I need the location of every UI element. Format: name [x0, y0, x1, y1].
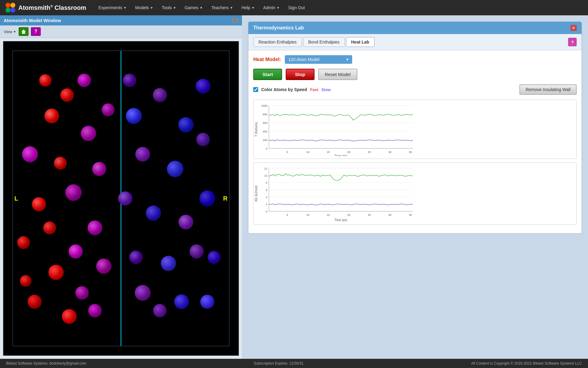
svg-text:12: 12: [264, 167, 267, 170]
svg-text:10: 10: [264, 174, 267, 177]
model-window-title: Atomsmith Model Window: [4, 18, 61, 23]
svg-text:600: 600: [263, 121, 267, 125]
atom: [196, 133, 210, 146]
atom: [22, 146, 38, 162]
minimize-button[interactable]: –: [232, 18, 238, 23]
svg-text:10: 10: [306, 151, 309, 154]
atom: [135, 147, 150, 162]
svg-text:0: 0: [266, 147, 267, 150]
svg-text:1000: 1000: [261, 104, 267, 107]
atom: [17, 236, 30, 249]
atom: [153, 88, 167, 102]
svg-text:20: 20: [347, 151, 350, 154]
atom: [88, 304, 102, 317]
footer: Bitwist Software Systems: dodoherty@gmai…: [0, 359, 588, 368]
atom: [129, 251, 143, 264]
atom: [126, 108, 142, 124]
svg-text:20: 20: [347, 213, 350, 217]
atom: [75, 286, 89, 300]
svg-text:5: 5: [286, 151, 288, 154]
navbar: Atomsmith® Classroom Experiments ▼ Model…: [0, 0, 588, 15]
left-label: L: [14, 195, 18, 202]
heat-model-row: Heat Model: 60 Atom Model 120 Atom Model…: [253, 55, 577, 64]
svg-text:10: 10: [306, 213, 309, 217]
svg-text:200: 200: [263, 139, 267, 142]
tab-help-button[interactable]: ?: [568, 38, 577, 46]
model-window-toolbar: View ▼ ?: [0, 25, 242, 38]
svg-text:35: 35: [409, 151, 412, 154]
tab-bond-enthalpies[interactable]: Bond Enthalpies: [303, 37, 345, 47]
heat-model-select[interactable]: 60 Atom Model 120 Atom Model 240 Atom Mo…: [285, 55, 352, 64]
atom: [208, 251, 221, 264]
atom: [200, 295, 214, 309]
svg-text:15: 15: [327, 213, 330, 217]
svg-text:800: 800: [263, 113, 267, 116]
svg-text:2: 2: [266, 203, 267, 206]
svg-text:5: 5: [286, 213, 288, 217]
svg-point-2: [6, 8, 10, 13]
view-label: View: [4, 29, 12, 34]
svg-text:35: 35: [409, 213, 412, 217]
footer-right: All Content is Copyright © 2016-2022 Bit…: [471, 361, 582, 366]
svg-text:4: 4: [266, 196, 267, 199]
atom: [39, 74, 51, 86]
thermo-panel: Thermodynamics Lab ✕ Reaction Enthalpies…: [248, 21, 582, 234]
stop-button[interactable]: Stop: [286, 69, 314, 80]
atom: [69, 244, 83, 259]
help-button[interactable]: ?: [31, 27, 41, 36]
tab-reaction-enthalpies[interactable]: Reaction Enthalpies: [253, 37, 302, 47]
nav-teachers[interactable]: Teachers ▼: [208, 3, 237, 12]
home-button[interactable]: [19, 27, 28, 36]
nav-admin[interactable]: Admin ▼: [259, 3, 283, 12]
sim-inner: L R: [13, 51, 229, 346]
close-button[interactable]: ✕: [571, 25, 577, 31]
footer-left: Bitwist Software Systems: dodoherty@gmai…: [6, 361, 86, 366]
temperature-chart-svg: T (Kelvins) 1000 800: [254, 102, 419, 156]
atom: [54, 157, 67, 170]
view-chevron: ▼: [13, 30, 16, 33]
nav-signout[interactable]: Sign Out: [285, 3, 308, 12]
footer-subscription: Subscription Expires: 12/30/31: [254, 361, 304, 366]
atom: [123, 74, 136, 87]
svg-text:6: 6: [266, 189, 267, 192]
atom: [20, 275, 32, 287]
nav-tools[interactable]: Tools ▼: [158, 3, 180, 12]
svg-marker-4: [21, 29, 26, 34]
color-atoms-label: Color Atoms by Speed: [261, 87, 307, 92]
tab-heat-lab[interactable]: Heat Lab: [346, 37, 375, 47]
nav-links: Experiments ▼ Models ▼ Tools ▼ Games ▼ T…: [95, 3, 583, 12]
ke-chart-svg: KE (kJ/mol) 12 10: [254, 165, 419, 222]
atom: [178, 117, 194, 132]
thermo-panel-title: Thermodynamics Lab: [253, 25, 304, 31]
atom: [88, 220, 102, 235]
color-atoms-checkbox[interactable]: [253, 87, 258, 92]
atom: [60, 88, 74, 102]
model-window-header: Atomsmith Model Window –: [0, 15, 242, 25]
atom: [96, 259, 111, 274]
svg-point-3: [10, 8, 15, 13]
atom: [196, 79, 210, 94]
brand-name: Atomsmith® Classroom: [18, 4, 86, 11]
view-dropdown[interactable]: View ▼: [4, 29, 16, 34]
atom: [62, 309, 77, 324]
temp-y-label: T (Kelvins): [254, 122, 258, 137]
remove-insulating-wall-button[interactable]: Remove Insulating Wall: [519, 84, 577, 95]
atom: [174, 294, 189, 309]
nav-experiments[interactable]: Experiments ▼: [95, 3, 130, 12]
atom: [153, 304, 167, 317]
svg-point-1: [10, 3, 15, 8]
atom: [44, 109, 59, 123]
atom: [102, 103, 115, 116]
atom: [135, 285, 151, 301]
atom: [28, 295, 42, 309]
heat-model-select-wrapper: 60 Atom Model 120 Atom Model 240 Atom Mo…: [285, 55, 352, 64]
start-button[interactable]: Start: [253, 69, 282, 80]
reset-model-button[interactable]: Reset Model: [318, 69, 357, 80]
nav-games[interactable]: Games ▼: [181, 3, 206, 12]
nav-models[interactable]: Models ▼: [131, 3, 157, 12]
svg-text:30: 30: [388, 213, 391, 217]
atom: [77, 74, 91, 87]
model-window: Atomsmith Model Window – View ▼ ? L R: [0, 15, 242, 359]
atom: [190, 244, 204, 259]
nav-help[interactable]: Help ▼: [238, 3, 258, 12]
